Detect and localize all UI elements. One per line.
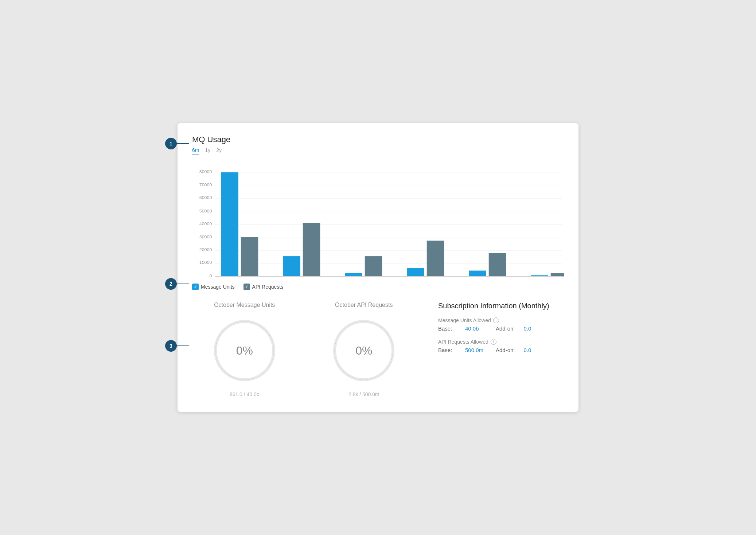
bar-may-api [241,237,258,277]
legend-mu-icon: ✓ [192,284,199,290]
gauge-mu-sub: 861.0 / 40.0b [230,391,260,397]
sub-mu-addon-value: 0.0 [524,325,531,332]
gauge-mu-title: October Message Units [214,302,275,308]
bar-jul-mu [345,273,362,277]
legend-message-units: ✓ Message Units [192,284,235,290]
sub-mu-addon-label: Add-on: [496,325,515,332]
sub-api-base-label: Base: [438,347,456,353]
sub-mu-base-label: Base: [438,325,456,332]
svg-text:Sep: Sep [500,279,508,279]
subscription-info: Subscription Information (Monthly) Messa… [431,302,564,360]
legend-api-requests: ✓ API Requests [243,284,284,290]
svg-text:40000: 40000 [199,221,212,226]
sub-section-mu: Message Units Allowed i Base: 40.0b Add-… [438,317,564,332]
sub-api-row: Base: 500.0m Add-on: 0.0 [438,347,564,353]
legend-mu-label: Message Units [201,284,235,290]
chart-legend: ✓ Message Units ✓ API Requests [192,284,564,290]
sub-title: Subscription Information (Monthly) [438,302,564,310]
chart-title: MQ Usage [192,135,564,144]
step-badge-2: 2 [165,278,177,290]
gauge-api-requests: October API Requests 0% 2.8k / 500.0m [312,302,417,397]
gauge-api-circle: 0% [327,314,400,387]
svg-text:80000: 80000 [199,169,212,174]
svg-text:May: May [252,279,261,279]
svg-text:50000: 50000 [199,208,212,214]
svg-text:0: 0 [209,273,212,278]
svg-text:60000: 60000 [199,195,212,200]
svg-text:Jun: Jun [314,279,322,279]
sub-section-api: API Requests Allowed i Base: 500.0m Add-… [438,339,564,353]
time-tabs: 6m 1y 2y [192,147,564,155]
step-badge-3: 3 [165,340,177,352]
bar-jun-api [303,223,320,276]
svg-text:20000: 20000 [199,247,212,253]
info-icon-api[interactable]: i [491,339,496,345]
sub-api-addon-value: 0.0 [524,347,531,353]
bar-chart: 0 10000 20000 30000 40000 50000 60000 70… [192,163,564,279]
bar-jul-api [365,256,382,276]
sub-mu-row: Base: 40.0b Add-on: 0.0 [438,325,564,332]
tab-2y[interactable]: 2y [216,147,222,155]
svg-text:30000: 30000 [199,234,212,239]
gauge-mu-value: 0% [236,344,253,358]
svg-text:10000: 10000 [199,260,212,265]
gauge-api-title: October API Requests [335,302,393,308]
main-card: 1 MQ Usage 6m 1y 2y 0 10000 20000 30000 … [178,123,578,412]
sub-api-label: API Requests Allowed i [438,339,564,345]
tab-6m[interactable]: 6m [192,147,199,155]
bar-oct-api [551,273,564,277]
gauge-api-value: 0% [355,344,372,358]
legend-api-icon: ✓ [243,284,250,290]
svg-text:70000: 70000 [199,182,212,187]
bottom-section: October Message Units 0% 861.0 / 40.0b O… [192,302,564,397]
sub-mu-label: Message Units Allowed i [438,317,564,323]
tab-1y[interactable]: 1y [205,147,210,155]
gauge-mu-circle: 0% [208,314,281,387]
bar-may-mu [221,172,238,277]
svg-text:Oct: Oct [552,279,560,279]
sub-api-addon-label: Add-on: [496,347,515,353]
gauge-message-units: October Message Units 0% 861.0 / 40.0b [192,302,297,397]
bar-aug-api [427,241,444,276]
svg-text:Jul: Jul [377,279,383,279]
bar-sep-api [489,253,506,277]
bar-aug-mu [407,268,424,276]
gauge-api-sub: 2.8k / 500.0m [348,391,379,397]
step-badge-1: 1 [165,138,177,149]
info-icon-mu[interactable]: i [493,317,499,323]
sub-api-base-value: 500.0m [465,347,487,353]
sub-mu-base-value: 40.0b [465,325,487,332]
svg-text:Aug: Aug [438,279,447,279]
bar-jun-mu [283,256,300,276]
bar-sep-mu [469,271,486,277]
legend-api-label: API Requests [252,284,284,290]
